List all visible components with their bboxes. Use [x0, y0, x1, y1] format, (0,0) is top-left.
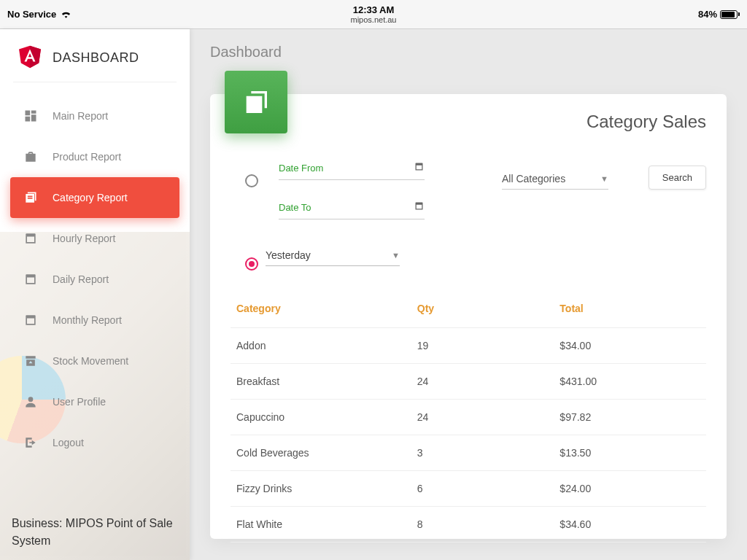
sidebar-item-logout[interactable]: Logout: [10, 422, 179, 463]
svg-rect-4: [250, 101, 259, 103]
preset-dropdown[interactable]: Yesterday ▼: [266, 245, 400, 266]
sidebar-item-category-report[interactable]: Category Report: [10, 177, 179, 218]
briefcase-icon: [23, 149, 38, 164]
cell-category: Addon: [231, 328, 411, 364]
table-row: Cold Beverages3$13.50: [231, 435, 706, 471]
sidebar-item-label: Product Report: [53, 151, 121, 163]
card-icon-tile: [225, 71, 287, 133]
dashboard-icon: [23, 109, 38, 123]
sidebar-item-label: Category Report: [53, 192, 128, 203]
category-selected: All Categories: [502, 173, 565, 184]
sidebar-item-daily-report[interactable]: Daily Report: [10, 259, 179, 300]
sidebar-item-label: User Profile: [53, 396, 106, 408]
service-status: No Service: [7, 9, 56, 20]
cell-qty: 24: [411, 400, 554, 435]
cell-category: Capuccino: [231, 400, 411, 435]
cell-qty: 3: [411, 435, 554, 471]
table-row: Capuccino24$97.82: [231, 400, 706, 435]
logout-icon: [23, 435, 38, 450]
sidebar-item-main-report[interactable]: Main Report: [10, 96, 179, 136]
search-button[interactable]: Search: [649, 166, 706, 190]
chevron-down-icon: ▼: [600, 174, 608, 183]
calendar-icon: [414, 161, 425, 175]
sidebar: DASHBOARD Main Report Product Report Cat…: [0, 29, 190, 560]
cell-qty: 6: [411, 471, 554, 507]
table-row: Flat White8$34.60: [231, 507, 706, 542]
table-row: Breakfast24$431.00: [231, 364, 706, 400]
person-icon: [23, 394, 38, 409]
sidebar-item-product-report[interactable]: Product Report: [10, 136, 179, 177]
business-name: Business: MIPOS Point of Sale System: [12, 515, 178, 550]
cell-category: Fizzy Drinks: [231, 471, 411, 507]
svg-rect-6: [250, 108, 256, 110]
cell-total: $34.00: [554, 328, 706, 364]
date-to-label: Date To: [279, 202, 311, 213]
category-sales-card: Category Sales Date From Date To All Cat…: [210, 94, 727, 539]
table-row: Fizzy Drinks6$24.00: [231, 471, 706, 507]
cell-total: $24.00: [554, 471, 706, 507]
cell-total: $34.60: [554, 507, 706, 542]
wifi-icon: [61, 9, 71, 20]
divider: [13, 82, 177, 82]
sidebar-item-label: Monthly Report: [53, 314, 122, 326]
cell-total: $431.00: [554, 364, 706, 400]
col-category: Category: [231, 295, 411, 328]
battery-icon: [720, 10, 740, 19]
cell-category: Flat White: [231, 507, 411, 542]
date-to-input[interactable]: Date To: [279, 196, 425, 219]
library-books-icon: [241, 88, 271, 117]
cell-qty: 8: [411, 507, 554, 542]
sidebar-item-label: Hourly Report: [53, 233, 115, 244]
sidebar-item-stock-movement[interactable]: Stock Movement: [10, 341, 179, 381]
main-content: Dashboard Category Sales Date From Date …: [190, 29, 747, 560]
cell-category: Cold Beverages: [231, 435, 411, 471]
battery-percent: 84%: [698, 9, 717, 20]
sidebar-item-monthly-report[interactable]: Monthly Report: [10, 300, 179, 341]
cell-category: Breakfast: [231, 364, 411, 400]
browser-url: mipos.net.au: [351, 15, 397, 24]
col-qty: Qty: [411, 295, 554, 328]
date-range-radio[interactable]: [245, 174, 258, 187]
calendar-icon: [414, 201, 425, 214]
col-total: Total: [554, 295, 706, 328]
sidebar-item-hourly-report[interactable]: Hourly Report: [10, 218, 179, 259]
brand-title: DASHBOARD: [53, 50, 139, 66]
card-title: Category Sales: [231, 94, 706, 132]
library-books-icon: [23, 190, 38, 205]
sidebar-item-label: Stock Movement: [53, 355, 128, 367]
sidebar-item-user-profile[interactable]: User Profile: [10, 381, 179, 422]
table-row: Addon19$34.00: [231, 328, 706, 364]
date-from-label: Date From: [279, 163, 323, 174]
preset-selected: Yesterday: [266, 249, 311, 261]
sidebar-item-label: Daily Report: [53, 273, 109, 285]
cell-qty: 19: [411, 328, 554, 364]
calendar-icon: [23, 313, 38, 327]
device-statusbar: No Service 12:33 AM mipos.net.au 84%: [0, 0, 747, 29]
calendar-icon: [23, 231, 38, 246]
svg-rect-2: [28, 196, 33, 198]
sales-table: Category Qty Total Addon19$34.00Breakfas…: [231, 295, 706, 542]
sidebar-item-label: Main Report: [53, 110, 108, 122]
sidebar-item-label: Logout: [53, 437, 84, 448]
clock: 12:33 AM: [351, 4, 397, 15]
brand: DASHBOARD: [0, 29, 190, 82]
archive-down-icon: [23, 354, 38, 368]
cell-total: $97.82: [554, 400, 706, 435]
date-from-input[interactable]: Date From: [279, 157, 425, 180]
cell-qty: 24: [411, 364, 554, 400]
angular-shield-icon: [18, 44, 42, 71]
category-dropdown[interactable]: All Categories ▼: [502, 168, 608, 190]
svg-rect-3: [28, 198, 33, 199]
cell-total: $13.50: [554, 435, 706, 471]
chevron-down-icon: ▼: [392, 251, 400, 260]
preset-radio[interactable]: [245, 257, 258, 271]
svg-rect-5: [250, 104, 259, 106]
calendar-icon: [23, 272, 38, 287]
page-title: Dashboard: [210, 44, 727, 61]
